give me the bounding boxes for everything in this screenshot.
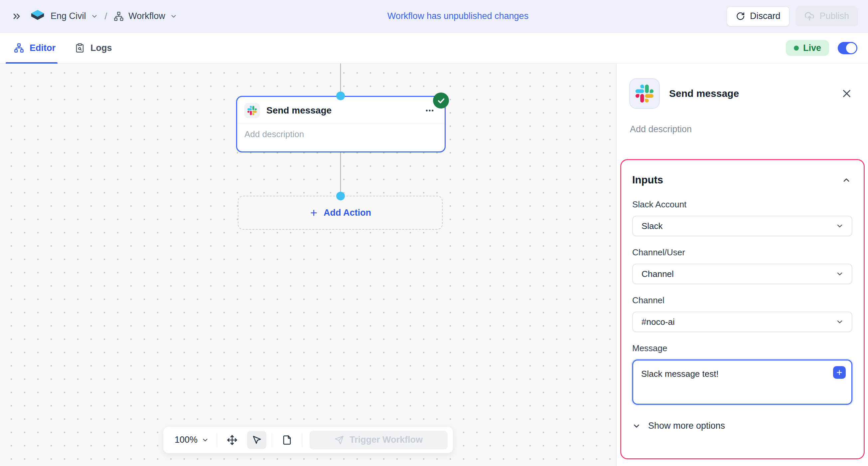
field-label-channel: Channel bbox=[632, 295, 852, 305]
toggle-knob bbox=[846, 43, 856, 53]
field-label-channel-user: Channel/User bbox=[632, 247, 852, 258]
field-label-message: Message bbox=[632, 343, 852, 353]
chevron-up-icon bbox=[842, 175, 851, 185]
move-icon bbox=[227, 435, 238, 445]
panel-title: Send message bbox=[669, 88, 739, 99]
slack-account-value: Slack bbox=[642, 221, 663, 231]
channel-value: #noco-ai bbox=[642, 317, 675, 327]
inputs-heading: Inputs bbox=[632, 174, 663, 186]
node-success-check-icon bbox=[433, 92, 449, 109]
chevron-down-icon bbox=[91, 13, 98, 20]
live-label: Live bbox=[803, 43, 821, 53]
add-action-button[interactable]: Add Action bbox=[238, 196, 443, 230]
slack-icon bbox=[629, 78, 660, 109]
panel-header: Send message bbox=[617, 64, 868, 109]
channel-select[interactable]: #noco-ai bbox=[632, 312, 852, 332]
chevron-down-icon bbox=[632, 422, 641, 430]
chevron-down-icon bbox=[202, 436, 209, 444]
workflow-canvas[interactable]: Send message Add description Add Acti bbox=[0, 64, 616, 466]
tab-editor[interactable]: Editor bbox=[14, 33, 56, 64]
refresh-icon bbox=[736, 12, 745, 21]
slack-account-select[interactable]: Slack bbox=[632, 216, 852, 236]
chevron-down-icon bbox=[836, 270, 844, 278]
slack-icon bbox=[244, 103, 260, 118]
add-action-input-handle[interactable] bbox=[336, 192, 345, 200]
discard-label: Discard bbox=[750, 11, 780, 21]
show-more-options-button[interactable]: Show more options bbox=[632, 421, 725, 431]
panel-description-placeholder[interactable]: Add description bbox=[630, 124, 868, 135]
message-field-wrapper: Slack message test! bbox=[632, 359, 852, 406]
pan-tool-button[interactable] bbox=[222, 431, 242, 449]
node-send-message[interactable]: Send message Add description bbox=[236, 96, 446, 152]
live-toggle[interactable] bbox=[838, 42, 857, 54]
field-label-slack-account: Slack Account bbox=[632, 199, 852, 210]
breadcrumb-workflow[interactable]: Workflow bbox=[114, 11, 177, 21]
channel-user-select[interactable]: Channel bbox=[632, 264, 852, 284]
zoom-level-value: 100% bbox=[175, 435, 197, 445]
top-bar: Eng Civil / Workflow Workflow has bbox=[0, 0, 868, 33]
live-status-badge: Live bbox=[786, 40, 829, 56]
node-input-handle[interactable] bbox=[336, 91, 345, 100]
plus-icon bbox=[836, 369, 843, 376]
show-more-options-label: Show more options bbox=[648, 421, 725, 431]
sidebar-expand-button[interactable] bbox=[11, 11, 22, 22]
tab-logs[interactable]: Logs bbox=[75, 33, 112, 64]
workflow-name: Workflow bbox=[128, 11, 165, 21]
editor-icon bbox=[14, 43, 24, 53]
collapse-inputs-button[interactable] bbox=[840, 174, 852, 186]
node-title: Send message bbox=[267, 105, 416, 116]
chevron-down-icon bbox=[170, 13, 177, 20]
file-icon bbox=[282, 435, 292, 445]
close-panel-button[interactable] bbox=[839, 86, 854, 101]
base-name: Eng Civil bbox=[51, 11, 86, 21]
chevron-down-icon bbox=[836, 318, 844, 326]
discard-button[interactable]: Discard bbox=[727, 6, 790, 26]
breadcrumb-separator: / bbox=[105, 11, 107, 22]
node-menu-button[interactable] bbox=[423, 104, 437, 117]
inputs-section: Inputs Slack Account Slack Channel/User bbox=[620, 159, 865, 459]
workflow-app: Eng Civil / Workflow Workflow has bbox=[0, 0, 868, 466]
toolbar-divider bbox=[302, 433, 302, 447]
close-icon bbox=[841, 88, 852, 99]
chevron-down-icon bbox=[836, 222, 844, 230]
cloud-upload-icon bbox=[804, 11, 814, 21]
canvas-toolbar: 100% bbox=[163, 427, 453, 453]
breadcrumb: Eng Civil / Workflow bbox=[30, 9, 177, 24]
live-dot-icon bbox=[794, 46, 799, 51]
zoom-level-dropdown[interactable]: 100% bbox=[172, 435, 212, 445]
connector-line bbox=[340, 152, 341, 196]
publish-button[interactable]: Publish bbox=[796, 6, 858, 26]
plus-icon bbox=[309, 208, 318, 217]
base-cube-icon bbox=[30, 9, 45, 24]
node-description-placeholder[interactable]: Add description bbox=[237, 123, 445, 140]
trigger-workflow-button[interactable]: Trigger Workflow bbox=[310, 431, 447, 449]
select-tool-button[interactable] bbox=[247, 431, 267, 449]
insert-variable-button[interactable] bbox=[833, 366, 846, 379]
tab-editor-label: Editor bbox=[30, 43, 56, 53]
notes-tool-button[interactable] bbox=[277, 431, 297, 449]
node-config-panel: Send message Add description Inputs bbox=[616, 64, 868, 466]
tab-bar: Editor Logs Live bbox=[0, 33, 868, 64]
add-action-label: Add Action bbox=[323, 208, 371, 218]
message-input[interactable]: Slack message test! bbox=[632, 359, 852, 405]
paper-plane-icon bbox=[335, 435, 344, 445]
publish-label: Publish bbox=[819, 11, 849, 21]
toolbar-divider bbox=[272, 433, 272, 447]
logs-icon bbox=[75, 43, 85, 53]
cursor-icon bbox=[252, 435, 262, 445]
breadcrumb-base[interactable]: Eng Civil bbox=[51, 11, 98, 21]
ellipsis-icon bbox=[425, 106, 435, 116]
workflow-icon bbox=[114, 11, 124, 21]
unpublished-changes-status: Workflow has unpublished changes bbox=[388, 11, 528, 21]
chevrons-right-icon bbox=[11, 11, 22, 22]
trigger-workflow-label: Trigger Workflow bbox=[349, 435, 423, 445]
channel-user-value: Channel bbox=[642, 269, 674, 279]
tab-logs-label: Logs bbox=[90, 43, 112, 53]
